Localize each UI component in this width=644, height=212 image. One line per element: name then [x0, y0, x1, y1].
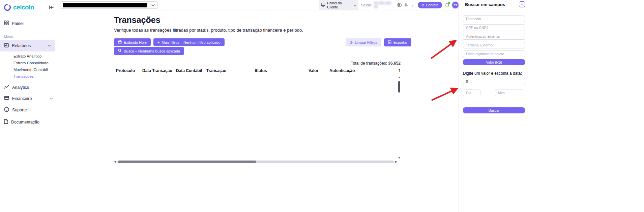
scroll-down-icon[interactable]: ▼: [398, 157, 401, 160]
horizontal-scroll-thumb[interactable]: [118, 161, 256, 163]
panel-mode-select[interactable]: Painel do Cliente: [319, 0, 358, 10]
sidebar-item-documentacao[interactable]: Documentação: [0, 116, 57, 128]
sidebar-item-label: Analytics: [12, 85, 29, 90]
busca-label: Busca – Nenhuma busca aplicada: [124, 49, 180, 53]
sidebar-item-extrato-analitico[interactable]: Extrato Analítico: [0, 53, 57, 60]
limpar-filtros-label: Limpar Filtros: [355, 40, 377, 44]
horizontal-scroll-track[interactable]: [117, 161, 394, 163]
scroll-right-icon[interactable]: ▶: [395, 161, 397, 163]
kebab-menu-icon[interactable]: ⋮: [411, 3, 415, 7]
transactions-header-row: ProtocoloData TransaçãoData ContábilTran…: [114, 66, 400, 76]
contato-button[interactable]: ⊕ Contato: [418, 2, 442, 8]
busca-button[interactable]: Busca – Nenhuma busca aplicada: [114, 47, 184, 55]
column-header-protocolo: Protocolo: [114, 66, 140, 76]
total-value: 36.652: [388, 61, 401, 66]
protocolo-field[interactable]: [463, 15, 525, 22]
sidebar-item-transacoes[interactable]: Transações: [0, 73, 57, 80]
page-subtitle: Verifique todas as transações filtradas …: [114, 28, 303, 33]
relatorios-submenu: Extrato Analítico Extrato Consolidado Mo…: [0, 51, 57, 82]
contato-label: Contato: [426, 3, 438, 7]
page-title: Transações: [114, 15, 160, 25]
main-content: Transações Verifique todas as transações…: [57, 10, 459, 212]
chevron-down-icon: [50, 98, 53, 100]
transactions-table-wrap: ProtocoloData TransaçãoData ContábilTran…: [114, 66, 400, 164]
sidebar-item-label: Painel: [12, 21, 24, 26]
sidebar-item-movimento-contabil[interactable]: Movimento Contábil: [0, 66, 57, 73]
limpar-filtros-button[interactable]: ⊘ Limpar Filtros: [346, 38, 381, 46]
valor-input[interactable]: [463, 78, 525, 85]
filter-row: Exibindo Hoje + Mais filtros – Nenhum fi…: [114, 38, 225, 46]
notification-dot: [448, 2, 450, 4]
mais-filtros-button[interactable]: + Mais filtros – Nenhum filtro aplicado: [153, 38, 225, 46]
total-label: Total de transações:: [351, 61, 387, 66]
chevron-down-icon: [48, 45, 51, 47]
horizontal-scrollbar[interactable]: ◀ ▶: [114, 160, 397, 164]
transactions-table: ProtocoloData TransaçãoData ContábilTran…: [114, 66, 400, 76]
vertical-scroll-track[interactable]: [398, 80, 401, 156]
app-root: celcoin Painel Menu Relatórios Extrato A…: [0, 0, 644, 212]
vertical-scroll-thumb[interactable]: [398, 81, 400, 93]
search-icon: [118, 49, 122, 53]
logo-wordmark: celcoin: [13, 4, 34, 11]
buscar-button[interactable]: Buscar: [463, 107, 525, 113]
search-panel-title: Buscar em campos: [465, 2, 505, 7]
column-header-autentica-o: Autenticação: [327, 66, 397, 76]
sidebar-collapse-icon[interactable]: [49, 5, 54, 9]
avatar[interactable]: ET: [452, 2, 459, 8]
terminal-externo-field[interactable]: [463, 42, 525, 48]
column-header-transa-o: Transação: [204, 66, 253, 76]
exibindo-hoje-label: Exibindo Hoje: [124, 40, 147, 44]
valor-toggle-button[interactable]: Valor (R$): [463, 59, 525, 65]
menu-section-label: Menu: [0, 29, 57, 40]
celcoin-logo-icon: [3, 3, 11, 11]
question-circle-icon: ?: [4, 107, 9, 113]
sidebar-item-financeiro[interactable]: Financeiro: [0, 93, 57, 104]
grid-icon: [4, 21, 9, 26]
mes-field[interactable]: [495, 90, 523, 96]
sidebar-item-suporte[interactable]: ? Suporte: [0, 104, 57, 116]
dia-field[interactable]: [463, 90, 480, 96]
column-header-data-transa-o: Data Transação: [140, 66, 174, 76]
scroll-up-icon[interactable]: ▲: [398, 76, 401, 79]
eye-icon[interactable]: [397, 3, 402, 7]
topbar-right-cluster: Painel do Cliente Saldo: 00.000.000-00 ⇅…: [319, 1, 459, 9]
sidebar-item-label: Suporte: [12, 108, 27, 112]
sidebar-item-label: Relatórios: [12, 43, 31, 48]
sidebar-item-painel[interactable]: Painel: [0, 17, 57, 29]
column-header-t: T: [397, 66, 400, 76]
column-header-status: Status: [253, 66, 306, 76]
swap-icon[interactable]: ⇅: [405, 3, 408, 7]
document-icon: [4, 119, 8, 125]
vertical-scrollbar[interactable]: ▲ ▼: [397, 76, 401, 160]
line-chart-icon: [4, 85, 9, 90]
total-transactions: Total de transações: 36.652: [293, 61, 401, 66]
cpf-cnpj-field[interactable]: [463, 24, 525, 31]
column-header-valor: Valor: [306, 66, 327, 76]
redacted-balance: 00.000.000-00: [374, 1, 393, 9]
sidebar-item-label: Documentação: [11, 120, 39, 125]
sidebar-item-relatorios[interactable]: Relatórios: [0, 40, 55, 51]
topbar: Painel do Cliente Saldo: 00.000.000-00 ⇅…: [57, 0, 459, 10]
scroll-left-icon[interactable]: ◀: [114, 161, 116, 163]
client-selector-dropdown[interactable]: [60, 1, 158, 9]
exibindo-hoje-button[interactable]: Exibindo Hoje: [114, 38, 151, 46]
table-actions: ⊘ Limpar Filtros Exportar: [346, 38, 411, 46]
close-icon[interactable]: ✕: [519, 1, 525, 7]
sidebar-item-label: Financeiro: [12, 96, 32, 101]
mais-filtros-label: Mais filtros – Nenhum filtro aplicado: [162, 40, 220, 44]
exportar-label: Exportar: [393, 40, 408, 44]
sidebar-item-analytics[interactable]: Analytics: [0, 82, 57, 93]
calendar-icon: [118, 40, 122, 44]
sidebar: celcoin Painel Menu Relatórios Extrato A…: [0, 0, 57, 212]
redacted-client-name: [63, 3, 147, 7]
exportar-button[interactable]: Exportar: [384, 38, 412, 46]
svg-text:?: ?: [6, 108, 7, 111]
sidebar-item-extrato-consolidado[interactable]: Extrato Consolidado: [0, 60, 57, 66]
column-header-data-cont-bil: Data Contábil: [174, 66, 204, 76]
search-panel: Buscar em campos ✕ Valor (R$) Digite um …: [459, 0, 528, 212]
autenticacao-externa-field[interactable]: [463, 33, 525, 40]
plus-icon: +: [157, 40, 159, 44]
card-icon: [4, 96, 9, 101]
notifications-bell-icon[interactable]: [445, 3, 449, 8]
linha-digitavel-field[interactable]: [463, 50, 525, 57]
